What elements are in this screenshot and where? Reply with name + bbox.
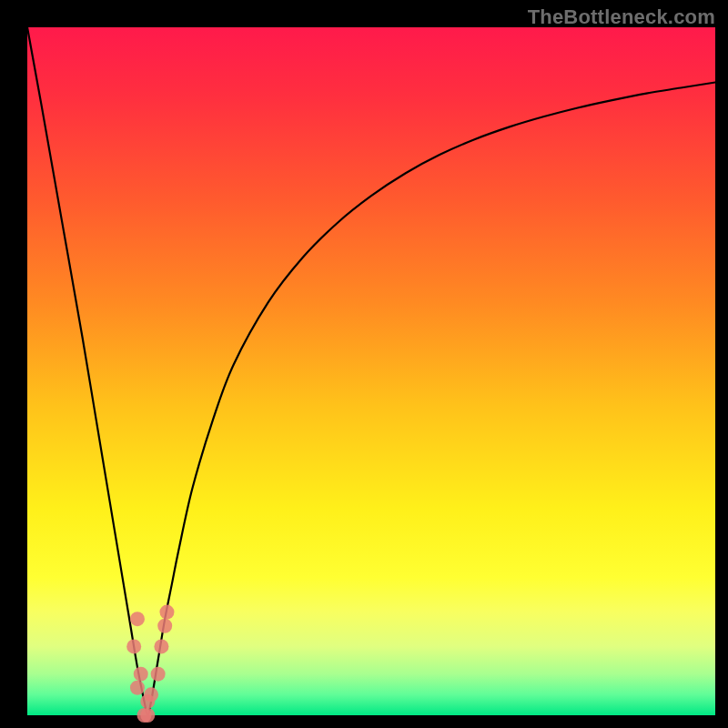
bottleneck-marker — [157, 619, 172, 633]
bottleneck-marker — [134, 667, 148, 682]
bottleneck-marker — [151, 667, 166, 682]
plot-background — [27, 27, 715, 715]
bottleneck-marker — [126, 639, 141, 653]
watermark-text: TheBottleneck.com — [528, 5, 715, 29]
bottleneck-marker — [130, 681, 145, 695]
bottleneck-marker — [154, 639, 168, 653]
bottleneck-marker — [144, 687, 158, 702]
bottleneck-curve-chart — [0, 0, 728, 728]
chart-frame: TheBottleneck.com — [0, 0, 728, 728]
bottleneck-marker — [140, 708, 155, 723]
bottleneck-marker — [159, 605, 174, 620]
bottleneck-marker — [130, 612, 145, 626]
